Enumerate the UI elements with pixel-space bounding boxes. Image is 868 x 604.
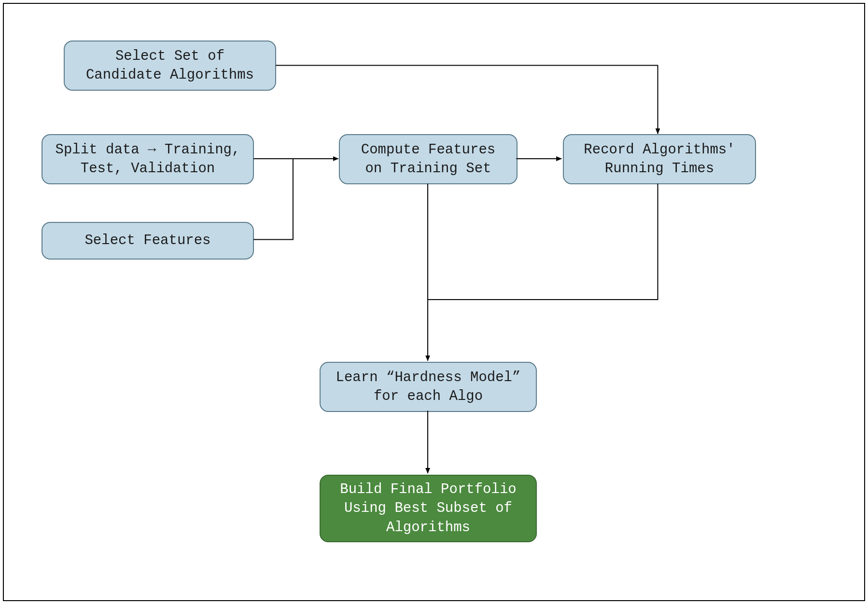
node-learn-model: Learn “Hardness Model” for each Algo xyxy=(320,362,537,412)
node-compute-features: Compute Features on Training Set xyxy=(339,134,518,184)
node-label: Split data → Training, Test, Validation xyxy=(56,140,240,178)
node-record-times: Record Algorithms' Running Times xyxy=(563,134,756,184)
diagram-canvas: Select Set of Candidate Algorithms Split… xyxy=(3,3,865,601)
node-label: Learn “Hardness Model” for each Algo xyxy=(336,368,521,406)
node-label: Build Final Portfolio Using Best Subset … xyxy=(340,480,516,536)
node-label: Record Algorithms' Running Times xyxy=(584,140,735,178)
node-split-data: Split data → Training, Test, Validation xyxy=(42,134,254,184)
node-select-features: Select Features xyxy=(42,222,254,260)
node-build-portfolio: Build Final Portfolio Using Best Subset … xyxy=(320,475,537,542)
node-label: Select Set of Candidate Algorithms xyxy=(86,47,254,84)
edge-algos-to-record xyxy=(276,66,658,134)
node-label: Compute Features on Training Set xyxy=(361,140,495,178)
edge-features-to-junction xyxy=(253,159,293,239)
edge-record-join xyxy=(428,184,658,300)
node-select-algorithms: Select Set of Candidate Algorithms xyxy=(64,41,276,91)
node-label: Select Features xyxy=(84,231,210,250)
